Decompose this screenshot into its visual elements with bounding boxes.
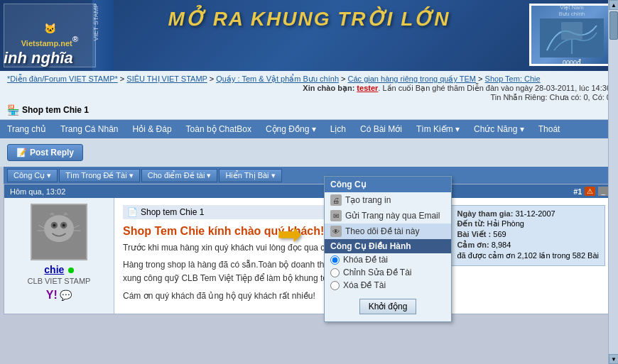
- toolbar-row: Công Cụ ▾ Tìm Trong Đề Tài ▾ Cho điểm Đề…: [4, 167, 614, 184]
- post-number: #1: [573, 187, 582, 196]
- site-name: inh nghĩa: [4, 49, 73, 67]
- dropdown-radio-lock[interactable]: Khóa Đề tài: [325, 253, 451, 266]
- dropdown-item-email[interactable]: ✉ Gửi Trang này qua Email: [325, 208, 451, 224]
- dropdown-radio-delete[interactable]: Xóa Đề Tài: [325, 279, 451, 292]
- breadcrumb-area: *Diễn đàn/Forum VIET STAMP* > SIÊU THỊ V…: [0, 71, 618, 120]
- post-reply-icon: 📝: [16, 148, 27, 158]
- scrollbar-thumb[interactable]: [609, 11, 618, 40]
- extra-icon: 💬: [60, 289, 72, 301]
- user-social-icons: Y! 💬: [10, 289, 108, 302]
- toolbar-cho-diem[interactable]: Cho điểm Đề tài ▾: [141, 169, 218, 182]
- breadcrumb: *Diễn đàn/Forum VIET STAMP* > SIÊU THỊ V…: [7, 75, 611, 102]
- svg-rect-1: [561, 22, 582, 40]
- username-link-post[interactable]: chie: [44, 264, 64, 275]
- svg-point-8: [63, 224, 65, 227]
- submit-button[interactable]: Khởi động: [359, 299, 417, 314]
- post-reply-button[interactable]: 📝 Post Reply: [7, 144, 83, 161]
- breadcrumb-shop-chie[interactable]: Shop Tem: Chie: [485, 75, 541, 83]
- user-group: CLB VIET STAMP: [10, 277, 108, 285]
- shop-title-row: 🏪 Shop tem Chie 1: [7, 104, 611, 116]
- yahoo-icon: Y!: [46, 289, 58, 301]
- dropdown-section-header: Công Cụ Điều Hành: [325, 239, 451, 253]
- dropdown-item-follow[interactable]: 👁 Theo dõi Đề tài này: [325, 224, 451, 239]
- content-area: Hôm qua, 13:02 #1 ⚠ _: [4, 184, 614, 314]
- post-header: Hôm qua, 13:02 #1 ⚠ _: [4, 184, 614, 198]
- toolbar-cong-cu[interactable]: Công Cụ ▾: [7, 169, 58, 182]
- nav-thoat[interactable]: Thoát: [531, 120, 568, 138]
- nav-bar: Trang chủ Trang Cá Nhân Hỏi & Đáp Toàn b…: [0, 120, 618, 138]
- dropdown-item-print[interactable]: 🖨 Tạo trang in: [325, 192, 451, 208]
- nav-timkiem[interactable]: Tìm Kiếm ▾: [409, 120, 467, 138]
- svg-point-4: [44, 215, 74, 242]
- radio-lock[interactable]: [330, 255, 340, 265]
- post-flags: #1 ⚠ _: [573, 187, 608, 196]
- nav-profile[interactable]: Trang Cá Nhân: [53, 120, 126, 138]
- breadcrumb-gian-hang[interactable]: Các gian hàng riêng trong quầy TEM: [348, 75, 476, 83]
- user-info-panel: Ngày tham gia: 31-12-2007 Đến từ: Hải Ph…: [451, 205, 606, 266]
- breadcrumb-quay[interactable]: Quầy : Tem & Vật phẩm Bưu chính: [216, 75, 339, 83]
- dropdown-menu: Công Cụ 🖨 Tạo trang in ✉ Gửi Trang này q…: [324, 176, 452, 322]
- dropdown-header: Công Cụ: [325, 177, 451, 192]
- shop-title: Shop tem Chie 1: [22, 105, 89, 115]
- nav-lich[interactable]: Lịch: [323, 120, 353, 138]
- toolbar-hien-thi[interactable]: Hiển Thị Bài ▾: [219, 169, 281, 182]
- dropdown-radio-edit[interactable]: Chỉnh Sửa Đề Tài: [325, 266, 451, 279]
- print-icon: 🖨: [330, 194, 342, 206]
- username-link[interactable]: tester: [357, 84, 378, 92]
- username-display: chie: [10, 264, 108, 275]
- header-title: MỞ RA KHUNG TRỜI LỚN: [142, 7, 476, 31]
- scrollbar-up-button[interactable]: ▲: [609, 0, 618, 10]
- minimize-icon: _: [598, 187, 608, 196]
- greeting-area: Xin chào bạn: tester. Lần cuối Bạn ghé t…: [303, 84, 611, 93]
- radio-edit[interactable]: [330, 268, 340, 277]
- breadcrumb-forum[interactable]: *Diễn đàn/Forum VIET STAMP*: [7, 75, 118, 83]
- scrollbar-down-button[interactable]: ▼: [609, 354, 618, 364]
- breadcrumb-sieu-thi[interactable]: SIÊU THỊ VIET STAMP: [126, 75, 207, 83]
- nav-baimoi[interactable]: Có Bài Mới: [353, 120, 409, 138]
- arrow-indicator: ➡: [277, 216, 302, 251]
- post-body: chie CLB VIET STAMP Y! 💬 Ngày tham gia: …: [4, 198, 614, 314]
- post-sidebar: chie CLB VIET STAMP Y! 💬: [4, 198, 114, 314]
- scrollbar[interactable]: ▲ ▼: [608, 0, 618, 364]
- post-reply-area: 📝 Post Reply: [0, 138, 618, 167]
- online-indicator: [68, 268, 74, 273]
- avatar: [31, 204, 87, 260]
- header: VIET STAMP 🐱 Vietstamp.net® MỞ RA KHUNG …: [0, 0, 618, 71]
- nav-chucnang[interactable]: Chức Năng ▾: [467, 120, 531, 138]
- follow-icon: 👁: [330, 226, 342, 237]
- svg-point-7: [53, 224, 55, 227]
- warn-icon: ⚠: [585, 187, 595, 196]
- dropdown-menu-container: Công Cụ 🖨 Tạo trang in ✉ Gửi Trang này q…: [324, 176, 452, 322]
- stamp-image: Việt Nam Bưu chính 0000₫: [529, 4, 614, 66]
- radio-delete[interactable]: [330, 281, 340, 290]
- nav-home[interactable]: Trang chủ: [0, 120, 53, 138]
- nav-congdong[interactable]: Cộng Đồng ▾: [259, 120, 323, 138]
- toolbar-tim-trong[interactable]: Tìm Trong Đề Tài ▾: [59, 169, 139, 182]
- nav-chatbox[interactable]: Toàn bộ ChatBox: [179, 120, 259, 138]
- nav-hoidap[interactable]: Hỏi & Đáp: [126, 120, 179, 138]
- post-date: Hôm qua, 13:02: [10, 187, 573, 196]
- email-icon: ✉: [330, 210, 342, 221]
- page-icon: 📄: [127, 207, 138, 217]
